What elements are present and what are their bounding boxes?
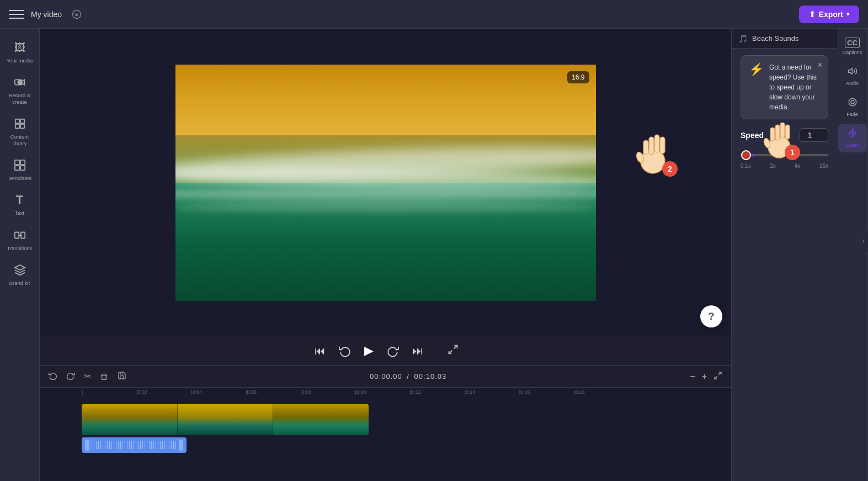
cut-button[interactable]: ✂ xyxy=(82,370,93,383)
audio-track[interactable] xyxy=(82,437,187,453)
sidebar-item-text[interactable]: T Text xyxy=(2,188,38,220)
right-panel: 🎵 Beach Sounds × ⚡ Got a need for speed?… xyxy=(731,29,868,481)
sidebar-item-your-media[interactable]: 🖼 Your media xyxy=(2,35,38,68)
play-button[interactable]: ▶ xyxy=(362,341,376,360)
timeline-fullscreen-button[interactable] xyxy=(711,370,725,383)
svg-rect-9 xyxy=(14,166,19,170)
svg-line-14 xyxy=(449,350,452,353)
svg-rect-6 xyxy=(20,124,24,128)
svg-line-15 xyxy=(718,372,721,375)
speed-tick-3: 16x xyxy=(819,163,828,169)
audio-waveform xyxy=(92,441,177,449)
sidebar-item-templates[interactable]: Templates xyxy=(2,153,38,186)
ruler-mark-02: |0:02 xyxy=(136,389,147,395)
svg-line-16 xyxy=(715,376,717,379)
speed-tick-2: 4x xyxy=(795,163,801,169)
your-media-icon: 🖼 xyxy=(12,40,28,55)
speed-tooltip: × ⚡ Got a need for speed? Use this to sp… xyxy=(741,55,828,119)
audio-track-handle-right[interactable] xyxy=(179,440,183,451)
skip-forward-button[interactable]: ⏭ xyxy=(410,342,425,360)
beach-sounds-bar: 🎵 Beach Sounds xyxy=(732,29,837,49)
right-panel-content: 🎵 Beach Sounds × ⚡ Got a need for speed?… xyxy=(732,29,837,481)
sidebar-item-transitions[interactable]: Transitions xyxy=(2,223,38,256)
record-create-icon xyxy=(12,75,28,90)
canvas-area: 16:9 ? ⏮ ▶ ⏭ xyxy=(40,29,731,481)
svg-rect-10 xyxy=(20,166,24,170)
transitions-icon xyxy=(12,228,28,243)
topbar: My video ⬆ Export ▾ xyxy=(0,0,868,29)
rewind-button[interactable] xyxy=(337,342,353,359)
content-library-icon xyxy=(12,116,28,131)
delete-button[interactable]: 🗑 xyxy=(98,371,111,383)
timeline-toolbar: ✂ 🗑 00:00.00 / 00:10.03 − + xyxy=(40,366,731,388)
audio-track-handle-left[interactable] xyxy=(85,440,89,451)
redo-button[interactable] xyxy=(64,370,77,383)
timeline-ruler: | |0:02 |0:04 |0:06 |0:08 |0:10 |0:12 |0… xyxy=(40,388,731,402)
svg-rect-11 xyxy=(14,232,18,238)
audio-label: Audio xyxy=(846,81,859,86)
video-frame: 16:9 xyxy=(175,65,596,301)
sidebar-item-content-library[interactable]: Content library xyxy=(2,112,38,151)
speed-header: Speed xyxy=(741,128,828,142)
save-clip-button[interactable] xyxy=(115,370,129,383)
video-preview-container: 16:9 ? xyxy=(40,29,731,336)
svg-marker-17 xyxy=(848,68,852,75)
ruler-mark-0: | xyxy=(82,389,83,395)
ruler-mark-18: |0:18 xyxy=(574,389,585,395)
svg-rect-8 xyxy=(20,160,24,165)
svg-line-13 xyxy=(454,345,457,348)
ruler-mark-10: |0:10 xyxy=(355,389,366,395)
fullscreen-button[interactable] xyxy=(448,344,459,358)
templates-icon xyxy=(12,157,28,173)
svg-rect-3 xyxy=(15,119,19,123)
project-title: My video xyxy=(31,10,62,19)
speed-tick-0: 0.1x xyxy=(741,163,751,169)
save-icon[interactable] xyxy=(71,8,83,20)
menu-icon[interactable] xyxy=(9,7,24,22)
fade-icon xyxy=(848,97,858,110)
ruler-mark-12: |0:12 xyxy=(410,389,421,395)
captions-icon: CC xyxy=(845,38,860,48)
brand-kit-icon xyxy=(12,262,28,278)
ruler-mark-14: |0:14 xyxy=(465,389,476,395)
skip-back-button[interactable]: ⏮ xyxy=(312,342,328,360)
undo-button[interactable] xyxy=(46,370,60,383)
speed-value-input[interactable] xyxy=(800,128,828,142)
right-icon-strip: CC Captions Audio xyxy=(837,29,868,481)
zoom-controls: − + xyxy=(688,370,725,383)
speed-tab[interactable]: Speed xyxy=(838,124,867,152)
zoom-out-button[interactable]: − xyxy=(688,371,697,383)
speed-panel: × ⚡ Got a need for speed? Use this to sp… xyxy=(732,49,837,481)
speed-tick-1: 2x xyxy=(770,163,776,169)
timeline-section: ✂ 🗑 00:00.00 / 00:10.03 − + xyxy=(40,365,731,481)
captions-label: Captions xyxy=(843,50,862,55)
text-icon: T xyxy=(12,192,28,208)
svg-point-19 xyxy=(851,101,854,104)
fade-tab[interactable]: Fade xyxy=(838,93,867,121)
speed-icon-label: Speed xyxy=(845,142,859,148)
svg-rect-4 xyxy=(20,119,24,123)
svg-rect-5 xyxy=(15,124,19,128)
help-button[interactable]: ? xyxy=(700,305,722,327)
sidebar-item-brand-kit[interactable]: Brand kit xyxy=(2,258,38,290)
speed-icon xyxy=(848,128,858,141)
sidebar-item-record-create[interactable]: Record & create xyxy=(2,70,38,109)
audio-tab[interactable]: Audio xyxy=(838,62,867,91)
ruler-mark-16: |0:16 xyxy=(519,389,530,395)
main-content: 🖼 Your media Record & create Content lib… xyxy=(0,29,868,481)
tooltip-close-button[interactable]: × xyxy=(817,60,822,70)
ruler-mark-08: |0:08 xyxy=(300,389,311,395)
export-button[interactable]: ⬆ Export ▾ xyxy=(799,6,859,23)
zoom-in-button[interactable]: + xyxy=(700,371,709,383)
ruler-mark-04: |0:04 xyxy=(191,389,202,395)
tooltip-content: ⚡ Got a need for speed? Use this to spee… xyxy=(749,62,820,112)
forward-button[interactable] xyxy=(385,342,401,359)
svg-point-18 xyxy=(849,98,856,106)
captions-tab[interactable]: CC Captions xyxy=(838,33,867,60)
sidebar-collapse-btn[interactable]: › xyxy=(859,230,868,252)
video-track[interactable] xyxy=(82,404,369,435)
beach-sounds-label: Beach Sounds xyxy=(752,34,799,43)
speed-slider-wrap xyxy=(741,149,828,158)
speed-slider[interactable] xyxy=(741,154,828,156)
music-icon: 🎵 xyxy=(738,34,748,43)
